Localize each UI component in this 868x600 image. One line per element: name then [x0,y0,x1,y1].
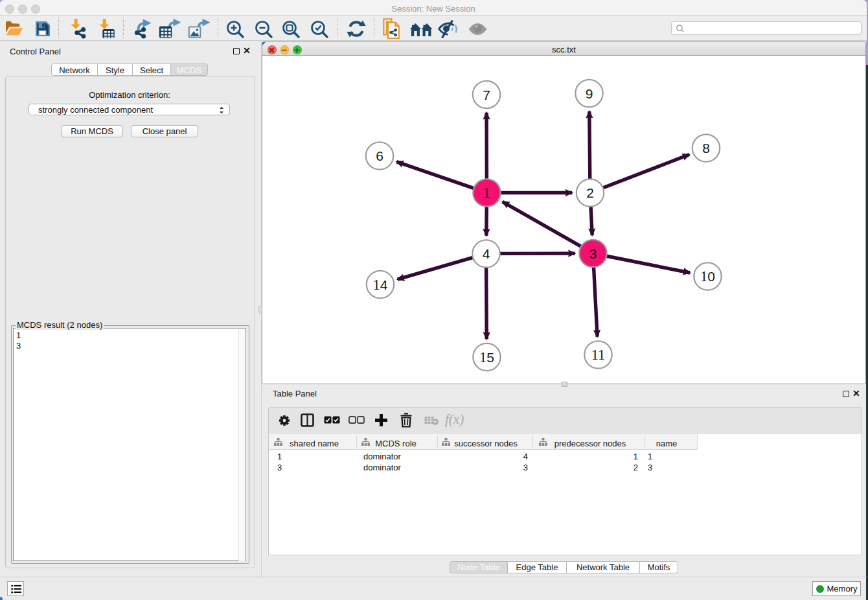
svg-text:2: 2 [586,185,594,200]
svg-text:9: 9 [586,86,593,101]
svg-text:6: 6 [376,148,383,163]
svg-text:3: 3 [589,246,597,261]
svg-text:14: 14 [373,277,388,293]
svg-text:15: 15 [479,349,494,365]
svg-text:11: 11 [591,347,606,363]
svg-text:4: 4 [483,246,490,261]
svg-text:8: 8 [702,141,710,156]
svg-text:10: 10 [700,268,715,284]
svg-text:7: 7 [483,87,490,102]
svg-text:1: 1 [483,185,490,201]
